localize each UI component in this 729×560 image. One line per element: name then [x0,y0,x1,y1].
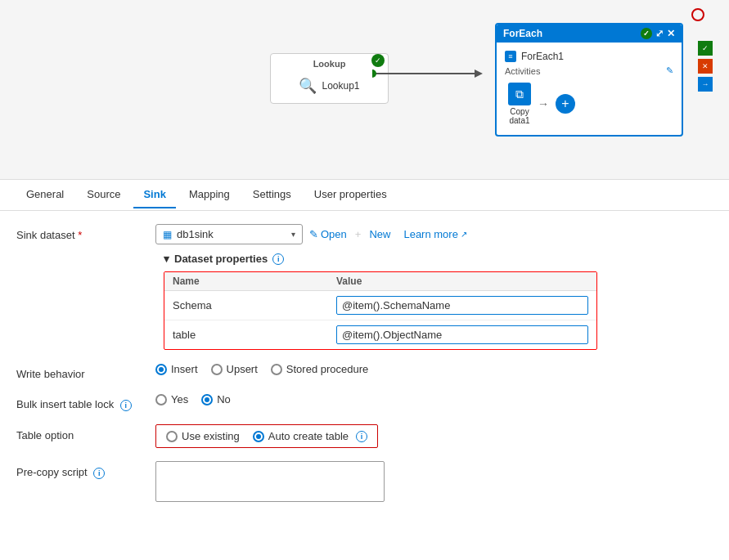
separator1: + [355,228,362,240]
bulk-insert-radio-group: Yes No [155,393,713,405]
schema-value-cell[interactable] [336,296,588,315]
foreach-side-badges: ✓ ✕ → [698,41,713,92]
schema-name-cell: Schema [173,299,336,311]
red-circle-indicator [691,8,704,21]
pre-copy-script-content[interactable] [155,461,713,504]
table-option-bordered-box: Use existing Auto create table i [155,424,378,448]
table-option-row: Table option Use existing Auto create ta… [16,424,713,448]
activities-label: Activities ✎ [505,64,673,78]
copy-data-node[interactable]: ⧉ Copy data1 [508,83,531,125]
dataset-props-title: Dataset properties [174,253,268,265]
tab-sink[interactable]: Sink [133,181,175,208]
side-badge-red: ✕ [698,59,713,74]
bulk-insert-yes[interactable]: Yes [155,393,188,405]
copy-data-icon: ⧉ [508,83,531,105]
pre-copy-info-icon[interactable]: i [93,468,105,479]
foreach-node-header: ForEach ✓ ⤢ ✕ [497,25,682,43]
sink-dataset-row: Sink dataset ▦ db1sink ▾ ✎ Open + New Le… [16,224,713,350]
write-behavior-radio-group: Insert Upsert Stored procedure [155,363,713,375]
table-value-input[interactable] [336,325,588,344]
dataset-props-info-icon[interactable]: i [272,253,284,265]
table-option-label: Table option [16,424,155,441]
dataset-controls: ▦ db1sink ▾ ✎ Open + New Learn more ↗ [155,224,713,244]
auto-create-info-icon[interactable]: i [356,431,367,442]
dataset-table-icon: ▦ [163,229,172,240]
tabs-bar: General Source Sink Mapping Settings Use… [0,180,729,211]
foreach-label: ForEach1 [521,51,564,62]
bulk-insert-label: Bulk insert table lock i [16,393,155,411]
copy-data-label2: data1 [509,116,529,125]
yes-radio-circle [155,394,167,405]
props-table-header: Name Value [164,272,596,291]
no-label: No [217,393,231,405]
write-behavior-stored-procedure[interactable]: Stored procedure [271,363,368,375]
foreach-list-icon: ≡ [505,51,516,62]
side-badge-blue: → [698,77,713,92]
activity-arrow: → [538,97,549,110]
tab-general[interactable]: General [16,181,74,208]
table-option-auto-create[interactable]: Auto create table i [253,430,367,442]
lookup-success-badge: ✓ [371,54,385,67]
lookup-search-icon: 🔍 [299,77,317,95]
insert-radio-circle [155,364,167,375]
lookup-node-label: Lookup1 [322,80,359,92]
sink-dataset-select[interactable]: ▦ db1sink ▾ [155,224,303,244]
side-badge-green: ✓ [698,41,713,56]
add-activity-button[interactable]: + [556,94,575,114]
value-col-header: Value [336,276,588,287]
dataset-props-table: Name Value Schema table [164,271,597,350]
pre-copy-textarea[interactable] [155,461,385,502]
foreach-title: ForEach [503,28,542,39]
tab-settings[interactable]: Settings [243,181,301,208]
upsert-label: Upsert [227,363,258,375]
stored-proc-radio-circle [271,364,282,375]
form-area: Sink dataset ▦ db1sink ▾ ✎ Open + New Le… [0,211,729,560]
dataset-props-header[interactable]: ▾ Dataset properties i [164,253,713,265]
sink-dataset-label: Sink dataset [16,224,155,241]
tab-source[interactable]: Source [77,181,130,208]
lookup-node[interactable]: ✓ Lookup 🔍 Lookup1 [270,53,389,104]
foreach-expand-icon[interactable]: ⤢ [655,28,664,39]
insert-label: Insert [171,363,198,375]
upsert-radio-circle [211,364,223,375]
bulk-insert-no[interactable]: No [201,393,231,405]
bulk-insert-row: Bulk insert table lock i Yes No [16,393,713,411]
open-dataset-link[interactable]: ✎ Open [309,228,347,240]
foreach-check-icon: ✓ [641,28,652,39]
activities-edit-icon[interactable]: ✎ [666,65,673,76]
tab-mapping[interactable]: Mapping [179,181,240,208]
collapse-chevron-icon: ▾ [164,253,169,265]
table-option-use-existing[interactable]: Use existing [166,430,240,442]
tab-user-properties[interactable]: User properties [304,181,397,208]
table-row: table [164,320,596,349]
write-behavior-content: Insert Upsert Stored procedure [155,363,713,375]
name-col-header: Name [173,276,336,287]
table-row: Schema [164,291,596,320]
write-behavior-upsert[interactable]: Upsert [211,363,258,375]
dataset-properties-section: ▾ Dataset properties i Name Value Schema [155,253,713,350]
write-behavior-insert[interactable]: Insert [155,363,198,375]
lookup-node-title: Lookup [279,59,380,69]
pre-copy-script-label: Pre-copy script i [16,461,155,479]
bulk-insert-info-icon[interactable]: i [120,400,132,411]
copy-data-label: Copy [510,107,529,116]
svg-marker-1 [475,69,483,78]
stored-procedure-label: Stored procedure [286,363,368,375]
edit-pencil-icon: ✎ [309,228,318,240]
no-radio-circle [201,394,213,405]
use-existing-radio-circle [166,431,178,442]
use-existing-label: Use existing [182,430,240,442]
table-name-cell: table [173,329,336,341]
yes-label: Yes [171,393,188,405]
sink-dataset-content: ▦ db1sink ▾ ✎ Open + New Learn more ↗ [155,224,713,350]
new-dataset-link[interactable]: New [369,228,390,240]
pipeline-canvas: ✓ Lookup 🔍 Lookup1 ForEach ✓ ⤢ ✕ ≡ ForEa… [0,0,729,180]
learn-more-link[interactable]: Learn more ↗ [403,228,466,240]
foreach-node[interactable]: ForEach ✓ ⤢ ✕ ≡ ForEach1 Activities ✎ ⧉ … [495,23,683,137]
dataset-caret-icon: ▾ [291,230,295,239]
dataset-select-value: db1sink [177,228,286,240]
foreach-close-icon[interactable]: ✕ [667,28,675,39]
table-value-cell[interactable] [336,325,588,344]
schema-value-input[interactable] [336,296,588,315]
table-option-content: Use existing Auto create table i [155,424,713,448]
